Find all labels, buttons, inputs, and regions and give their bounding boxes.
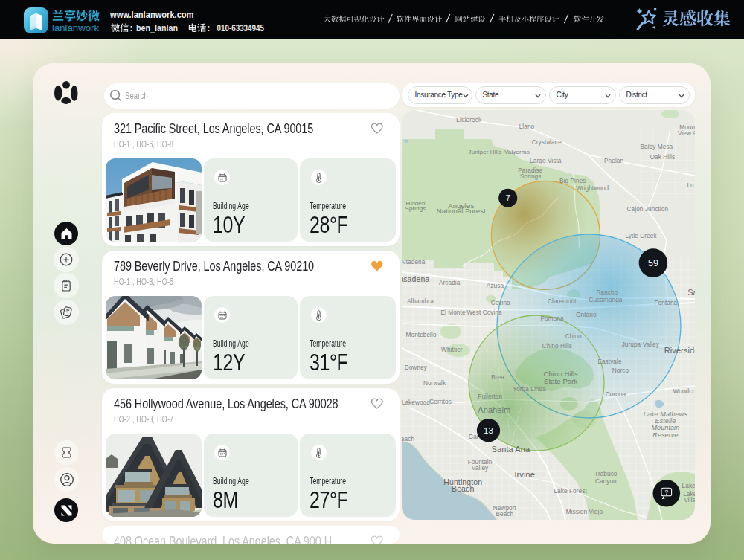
svg-text:Woodcr: Woodcr <box>673 388 694 395</box>
svg-text:View A: View A <box>677 130 695 137</box>
svg-text::: : <box>130 23 133 33</box>
svg-text:Villa: Villa <box>684 497 695 503</box>
svg-text:Trabuco: Trabuco <box>594 471 618 477</box>
svg-text:Largo Vista: Largo Vista <box>530 158 562 164</box>
svg-text:?: ? <box>664 489 668 496</box>
svg-text:Jurupa Valley: Jurupa Valley <box>621 341 659 348</box>
svg-text:lanlanwork: lanlanwork <box>52 22 99 33</box>
svg-text:Downey: Downey <box>404 364 427 371</box>
svg-text:Chino Hills: Chino Hills <box>542 343 571 350</box>
svg-text:Azusa: Azusa <box>486 283 504 289</box>
svg-text:Oak Hills: Oak Hills <box>650 154 675 161</box>
svg-text:Ontario: Ontario <box>576 312 597 318</box>
svg-text:Valley: Valley <box>471 465 488 472</box>
svg-text:Juniper Hills: Juniper Hills <box>468 149 501 155</box>
svg-text::: : <box>207 23 210 33</box>
svg-text:Chino: Chino <box>565 333 581 340</box>
svg-text:asadena: asadena <box>402 274 429 283</box>
svg-text:Lake Forest: Lake Forest <box>554 488 587 495</box>
svg-text:Crystalaire: Crystalaire <box>531 139 562 146</box>
svg-text:Arcadia: Arcadia <box>438 280 460 286</box>
svg-text:13: 13 <box>484 426 493 435</box>
svg-text:Alhambra: Alhambra <box>406 298 433 305</box>
svg-text:Rancho: Rancho <box>596 289 618 296</box>
svg-text:Yorba Linda: Yorba Linda <box>513 386 546 393</box>
svg-text:Beach: Beach <box>496 511 513 518</box>
svg-text:Springs: Springs <box>519 173 540 180</box>
svg-text:www.lanlanwork.com: www.lanlanwork.com <box>109 9 193 20</box>
svg-text:Canyon: Canyon <box>594 478 616 485</box>
svg-text:Wrightwood: Wrightwood <box>576 185 609 192</box>
svg-text:59: 59 <box>647 258 658 268</box>
svg-text:Montebello: Montebello <box>405 332 436 338</box>
svg-text:Cajon Junction: Cajon Junction <box>626 206 668 213</box>
svg-text:Pomona: Pomona <box>540 315 563 322</box>
svg-text:Eastvale: Eastvale <box>597 358 622 365</box>
svg-text:Baldy Mesa: Baldy Mesa <box>640 144 673 150</box>
svg-text:Lakewood: Lakewood <box>402 399 430 406</box>
svg-text:Norwalk: Norwalk <box>423 380 446 387</box>
svg-text:Brea: Brea <box>491 374 504 381</box>
svg-text:El Monte: El Monte <box>440 309 465 316</box>
svg-text:National Forest: National Forest <box>436 207 485 215</box>
svg-text:Llano: Llano <box>519 123 534 130</box>
svg-text:Beach: Beach <box>452 484 474 493</box>
svg-text:Fontana: Fontana <box>654 300 677 306</box>
svg-text:West Covina: West Covina <box>466 309 502 316</box>
svg-text:Irvine: Irvine <box>514 470 535 479</box>
svg-text:ben_lanlan: ben_lanlan <box>136 23 178 33</box>
svg-text:Littlerock: Littlerock <box>456 117 482 123</box>
svg-text:State Park: State Park <box>544 377 578 385</box>
svg-text:Valyermo: Valyermo <box>504 149 530 155</box>
svg-text:Lu: Lu <box>687 182 694 189</box>
svg-text:Norco: Norco <box>612 367 629 374</box>
svg-text:Sa: Sa <box>687 288 695 297</box>
svg-text:Mission Viejo: Mission Viejo <box>565 509 603 515</box>
svg-text:Big Pines: Big Pines <box>559 178 586 184</box>
svg-text:Whittier: Whittier <box>441 347 463 353</box>
svg-text:Covina: Covina <box>490 300 510 306</box>
svg-text:7: 7 <box>505 193 510 202</box>
svg-text:Springs: Springs <box>405 205 426 212</box>
svg-text:Reserve: Reserve <box>652 431 678 439</box>
svg-text:each: each <box>402 436 414 442</box>
svg-text:Cucamonga: Cucamonga <box>589 297 622 303</box>
svg-text:Anaheim: Anaheim <box>478 405 510 414</box>
svg-text:Cerritos: Cerritos <box>429 399 451 405</box>
svg-text:010-63334945: 010-63334945 <box>217 23 265 33</box>
svg-text:Lake: Lake <box>682 483 695 489</box>
svg-text:Altadena: Altadena <box>402 259 426 265</box>
svg-text:Riverside: Riverside <box>664 346 695 355</box>
svg-text:Santa Ana: Santa Ana <box>491 445 530 454</box>
svg-text:Claremont: Claremont <box>547 298 576 305</box>
svg-text:Phelan: Phelan <box>604 158 623 164</box>
svg-text:Fullerton: Fullerton <box>478 393 502 400</box>
svg-text:Corona: Corona <box>605 391 626 398</box>
svg-text:Lytle Creek: Lytle Creek <box>625 233 657 239</box>
